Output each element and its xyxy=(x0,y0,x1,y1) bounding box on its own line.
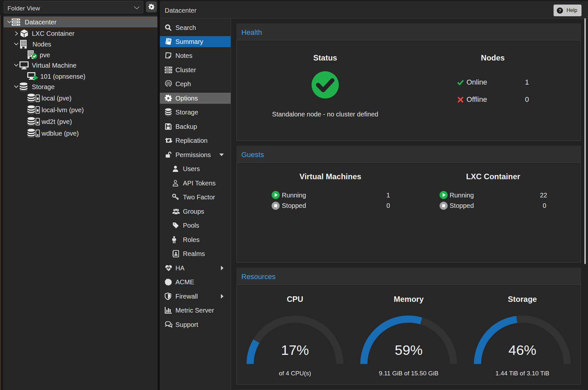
svg-text:?: ? xyxy=(558,8,561,13)
